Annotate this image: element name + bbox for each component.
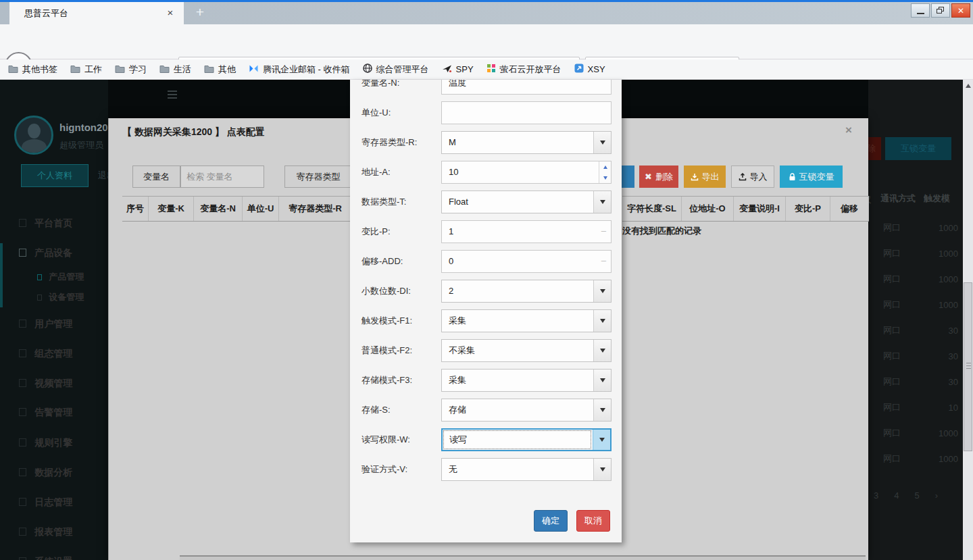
bookmark-item[interactable]: 工作: [70, 63, 102, 76]
filter-register-button[interactable]: 寄存器类型: [284, 166, 352, 188]
address-input[interactable]: 10: [441, 161, 612, 184]
field-normal-mode[interactable]: 不采集: [441, 339, 612, 362]
background-interlock-button[interactable]: 互锁变量: [885, 137, 951, 160]
rw-permission-select[interactable]: 读写: [441, 428, 612, 451]
sidebar-item-平台首页[interactable]: 平台首页: [0, 213, 108, 233]
restore-button[interactable]: [931, 3, 950, 18]
sidebar-item-用户管理[interactable]: 用户管理: [0, 313, 108, 334]
field-data-type[interactable]: Float: [441, 190, 612, 213]
column-header[interactable]: 单位-U: [243, 197, 279, 221]
field-register-type[interactable]: M: [441, 131, 612, 154]
cancel-button[interactable]: 取消: [576, 510, 610, 532]
column-header[interactable]: 变量说明-I: [734, 197, 786, 221]
variable-search-input[interactable]: [180, 166, 264, 188]
sidebar-item-报表管理[interactable]: 报表管理: [0, 521, 108, 542]
panel-close-icon[interactable]: ×: [845, 124, 852, 137]
field-ratio[interactable]: 1–: [441, 220, 612, 243]
column-header[interactable]: 变量-K: [149, 197, 194, 221]
user-avatar[interactable]: [14, 116, 53, 155]
sidebar-item-日志管理[interactable]: 日志管理: [0, 492, 108, 512]
page-number[interactable]: 4: [894, 490, 899, 501]
spin-down-button[interactable]: [599, 172, 611, 183]
column-header[interactable]: 位地址-O: [682, 197, 734, 221]
field-decimals[interactable]: 2: [441, 280, 612, 303]
page-number[interactable]: 3: [874, 490, 878, 501]
decimals-select[interactable]: 2: [441, 280, 612, 303]
page-scrollbar[interactable]: [963, 80, 973, 560]
minimize-button[interactable]: [911, 3, 930, 18]
trigger-mode-select[interactable]: 采集: [441, 309, 612, 332]
export-button[interactable]: 导出: [684, 166, 726, 188]
offset-input[interactable]: 0: [441, 250, 612, 273]
unit-input[interactable]: [441, 101, 612, 124]
sidebar-item-产品设备[interactable]: 产品设备: [0, 243, 108, 263]
interlock-variable-button[interactable]: 互锁变量: [780, 166, 843, 188]
sidebar-item-设备管理[interactable]: 设备管理: [0, 287, 108, 307]
column-header[interactable]: 变量名-N: [194, 197, 243, 221]
bookmark-item[interactable]: 综合管理平台: [363, 63, 429, 76]
dropdown-arrow-button[interactable]: [593, 310, 611, 332]
dropdown-arrow-button[interactable]: [593, 370, 611, 391]
dropdown-arrow-button[interactable]: [593, 430, 610, 450]
dropdown-arrow-button[interactable]: [593, 191, 611, 213]
scrollbar-thumb[interactable]: [964, 282, 972, 451]
field-variable-name[interactable]: 温度: [441, 80, 612, 95]
storage-select[interactable]: 存储: [441, 399, 612, 422]
bookmark-item[interactable]: 腾讯企业邮箱 - 收件箱: [249, 63, 350, 76]
import-button[interactable]: 导入: [731, 166, 774, 188]
column-header[interactable]: 字符长度-SL: [622, 197, 682, 221]
filter-variable-button[interactable]: 变量名: [132, 166, 180, 188]
sidebar-item-数据分析[interactable]: 数据分析: [0, 462, 108, 482]
sidebar-item-组态管理[interactable]: 组态管理: [0, 343, 108, 363]
bookmark-item[interactable]: 学习: [115, 63, 147, 76]
close-window-button[interactable]: ✕: [951, 3, 970, 18]
verify-mode-select[interactable]: 无: [441, 458, 612, 481]
dropdown-arrow-button[interactable]: [593, 132, 611, 153]
bookmark-item[interactable]: 生活: [159, 63, 191, 76]
data-type-select[interactable]: Float: [441, 190, 612, 213]
column-header[interactable]: 序号: [122, 197, 149, 221]
dropdown-arrow-button[interactable]: [593, 340, 611, 361]
page-number[interactable]: 5: [914, 490, 919, 501]
bookmark-item[interactable]: 其他: [204, 63, 236, 76]
column-header[interactable]: 寄存器类型-R: [279, 197, 352, 221]
storage-mode-select[interactable]: 采集: [441, 369, 612, 392]
field-offset[interactable]: 0–: [441, 250, 612, 273]
field-storage[interactable]: 存储: [441, 399, 612, 422]
spin-up-button[interactable]: [599, 161, 611, 172]
bookmark-item[interactable]: 其他书签: [8, 63, 57, 76]
number-spinner[interactable]: [599, 161, 611, 183]
sidebar-item-规则引擎[interactable]: 规则引擎: [0, 432, 108, 453]
sidebar-item-告警管理[interactable]: 告警管理: [0, 402, 108, 422]
sidebar-item-视频管理[interactable]: 视频管理: [0, 373, 108, 393]
sidebar-item-系统设置[interactable]: 系统设置: [0, 551, 108, 560]
field-trigger-mode[interactable]: 采集: [441, 309, 612, 332]
scrollbar-up-arrow[interactable]: [966, 84, 971, 88]
new-tab-button[interactable]: +: [191, 4, 209, 22]
dropdown-arrow-button[interactable]: [593, 399, 611, 421]
variable-name-input[interactable]: 温度: [441, 80, 612, 95]
bookmark-item[interactable]: SPY: [442, 63, 474, 76]
field-rw-permission[interactable]: 读写: [441, 428, 612, 451]
page-number[interactable]: ›: [935, 490, 938, 501]
sidebar-item-产品管理[interactable]: 产品管理: [0, 267, 108, 287]
register-type-select[interactable]: M: [441, 131, 612, 154]
column-header[interactable]: 变比-P: [786, 197, 830, 221]
field-storage-mode[interactable]: 采集: [441, 369, 612, 392]
field-unit[interactable]: [441, 101, 612, 124]
field-verify-mode[interactable]: 无: [441, 458, 612, 481]
dropdown-arrow-button[interactable]: [593, 280, 611, 302]
background-delete-button[interactable]: 删除: [868, 137, 881, 160]
field-address[interactable]: 10: [441, 161, 612, 184]
dropdown-arrow-button[interactable]: [593, 459, 611, 480]
tab-close-icon[interactable]: ×: [164, 7, 177, 20]
bookmark-item[interactable]: XSY: [574, 63, 605, 76]
delete-button[interactable]: ✖删除: [639, 166, 678, 188]
normal-mode-select[interactable]: 不采集: [441, 339, 612, 362]
collapse-sidebar-icon[interactable]: [168, 91, 177, 101]
column-header[interactable]: 偏移: [830, 197, 869, 221]
confirm-button[interactable]: 确定: [534, 510, 568, 532]
bookmark-item[interactable]: 萤石云开放平台: [487, 63, 562, 76]
profile-button[interactable]: 个人资料: [21, 164, 89, 187]
ratio-input[interactable]: 1: [441, 220, 612, 243]
